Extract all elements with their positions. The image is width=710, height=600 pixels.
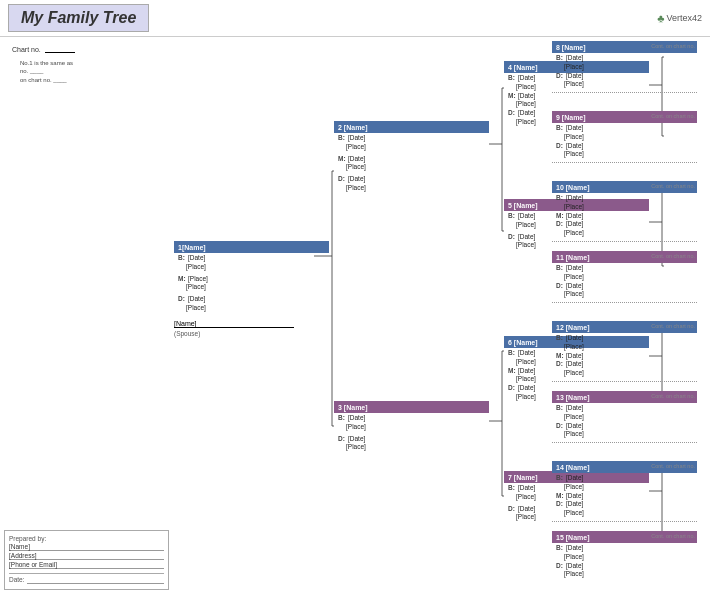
person-15-box: Cont. on chart no. 15 [Name] B:[Date] [P… — [552, 531, 697, 580]
page-header: My Family Tree ♣ Vertex42 — [0, 0, 710, 37]
separator-13 — [552, 442, 697, 443]
person-15-cont: Cont. on chart no. — [651, 533, 695, 539]
person-14-cont: Cont. on chart no. — [651, 463, 695, 469]
person-13-cont: Cont. on chart no. — [651, 393, 695, 399]
person-10-details: B:[Date] [Place] M:[Date] D:[Date] [Plac… — [552, 193, 697, 239]
separator-10 — [552, 241, 697, 242]
chart-no-field[interactable] — [45, 45, 75, 53]
person-1-details: B:[Date] [Place] M:[Place] [Place] D:[Da… — [174, 253, 329, 314]
spouse-label: (Spouse) — [174, 330, 329, 337]
separator-8 — [552, 92, 697, 93]
person-8-details: B:[Date] [Place] D:[Date] [Place] — [552, 53, 697, 90]
person-10-container: Cont. on chart no. 10 [Name] B:[Date] [P… — [552, 181, 702, 242]
date-label: Date: — [9, 576, 25, 584]
person-9-name[interactable]: [Name] — [562, 114, 586, 121]
person-11-box: Cont. on chart no. 11 [Name] B:[Date] [P… — [552, 251, 697, 303]
separator-14 — [552, 521, 697, 522]
person-1-box: 1 [Name] B:[Date] [Place] M:[Place] [Pla… — [174, 241, 329, 337]
person-12-container: Cont. on chart no. 12 [Name] B:[Date] [P… — [552, 321, 702, 382]
person-9-container: Cont. on chart no. 9 [Name] B:[Date] [Pl… — [552, 111, 702, 163]
person-5-name[interactable]: [Name] — [514, 202, 538, 209]
person-1-spouse: [Name] (Spouse) — [174, 320, 329, 337]
person-12-cont: Cont. on chart no. — [651, 323, 695, 329]
person-10-cont: Cont. on chart no. — [651, 183, 695, 189]
person-1-namebar: 1 [Name] — [174, 241, 329, 253]
person-11-name[interactable]: [Name] — [566, 254, 590, 261]
person-8-container: Cont. on chart no. 8 [Name] B:[Date] [Pl… — [552, 41, 702, 93]
person-3-box: 3 [Name] B:[Date] [Place] D:[Date] [Plac… — [334, 401, 489, 453]
person-13-details: B:[Date] [Place] D:[Date] [Place] — [552, 403, 697, 440]
person-10-box: Cont. on chart no. 10 [Name] B:[Date] [P… — [552, 181, 697, 242]
info-panel: Chart no. No.1 is the same as no. ____ o… — [4, 41, 174, 597]
person-15-name[interactable]: [Name] — [566, 534, 590, 541]
person-9-cont: Cont. on chart no. — [651, 113, 695, 119]
person-14-details: B:[Date] [Place] M:[Date] D:[Date] [Plac… — [552, 473, 697, 519]
person-2-box: 2 [Name] B:[Date] [Place] M:[Date] [Plac… — [334, 121, 489, 194]
person-14-name[interactable]: [Name] — [566, 464, 590, 471]
person-3-details: B:[Date] [Place] D:[Date] [Place] — [334, 413, 489, 453]
person-13-box: Cont. on chart no. 13 [Name] B:[Date] [P… — [552, 391, 697, 443]
person-1-name[interactable]: [Name] — [182, 244, 206, 251]
tree-area: 1 [Name] B:[Date] [Place] M:[Place] [Pla… — [174, 41, 706, 591]
person-6-name[interactable]: [Name] — [514, 339, 538, 346]
preparer-phone-field[interactable]: [Phone or Email] — [9, 561, 164, 569]
person-8-name[interactable]: [Name] — [562, 44, 586, 51]
separator-11 — [552, 302, 697, 303]
person-11-cont: Cont. on chart no. — [651, 253, 695, 259]
separator-9 — [552, 162, 697, 163]
chart-no-label: Chart no. — [12, 46, 41, 53]
person-12-details: B:[Date] [Place] M:[Date] D:[Date] [Plac… — [552, 333, 697, 379]
person-11-container: Cont. on chart no. 11 [Name] B:[Date] [P… — [552, 251, 702, 303]
logo: ♣ Vertex42 — [657, 12, 702, 24]
preparer-address-field[interactable]: [Address] — [9, 552, 164, 560]
chart-note: No.1 is the same as no. ____ on chart no… — [20, 59, 174, 84]
person-1-container: 1 [Name] B:[Date] [Place] M:[Place] [Pla… — [174, 241, 329, 337]
person-9-details: B:[Date] [Place] D:[Date] [Place] — [552, 123, 697, 160]
person-15-details: B:[Date] [Place] D:[Date] [Place] — [552, 543, 697, 580]
person-3-name[interactable]: [Name] — [344, 404, 368, 411]
person-14-container: Cont. on chart no. 14 [Name] B:[Date] [P… — [552, 461, 702, 522]
person-2-name[interactable]: [Name] — [344, 124, 368, 131]
logo-text: Vertex42 — [666, 13, 702, 23]
person-15-container: Cont. on chart no. 15 [Name] B:[Date] [P… — [552, 531, 702, 580]
chart-number-section: Chart no. No.1 is the same as no. ____ o… — [12, 45, 174, 84]
person-2-details: B:[Date] [Place] M:[Date] [Place] D:[Dat… — [334, 133, 489, 194]
page-title: My Family Tree — [8, 4, 149, 32]
preparer-info: Prepared by: [Name] [Address] [Phone or … — [4, 530, 169, 590]
person-12-box: Cont. on chart no. 12 [Name] B:[Date] [P… — [552, 321, 697, 382]
date-value-field[interactable] — [27, 576, 164, 584]
person-2-namebar: 2 [Name] — [334, 121, 489, 133]
logo-icon: ♣ — [657, 12, 664, 24]
preparer-name-field[interactable]: [Name] — [9, 543, 164, 551]
person-13-name[interactable]: [Name] — [566, 394, 590, 401]
spouse-name[interactable]: [Name] — [174, 320, 294, 328]
separator-12 — [552, 381, 697, 382]
person-7-name[interactable]: [Name] — [514, 474, 538, 481]
person-8-cont: Cont. on chart no. — [651, 43, 695, 49]
person-2-container: 2 [Name] B:[Date] [Place] M:[Date] [Plac… — [334, 121, 489, 194]
person-10-name[interactable]: [Name] — [566, 184, 590, 191]
person-13-container: Cont. on chart no. 13 [Name] B:[Date] [P… — [552, 391, 702, 443]
person-9-box: Cont. on chart no. 9 [Name] B:[Date] [Pl… — [552, 111, 697, 163]
prepared-by-label: Prepared by: — [9, 535, 46, 542]
person-14-box: Cont. on chart no. 14 [Name] B:[Date] [P… — [552, 461, 697, 522]
person-12-name[interactable]: [Name] — [566, 324, 590, 331]
person-4-name[interactable]: [Name] — [514, 64, 538, 71]
main-content: Chart no. No.1 is the same as no. ____ o… — [0, 37, 710, 597]
person-8-box: Cont. on chart no. 8 [Name] B:[Date] [Pl… — [552, 41, 697, 93]
person-3-container: 3 [Name] B:[Date] [Place] D:[Date] [Plac… — [334, 401, 489, 453]
person-11-details: B:[Date] [Place] D:[Date] [Place] — [552, 263, 697, 300]
person-3-namebar: 3 [Name] — [334, 401, 489, 413]
